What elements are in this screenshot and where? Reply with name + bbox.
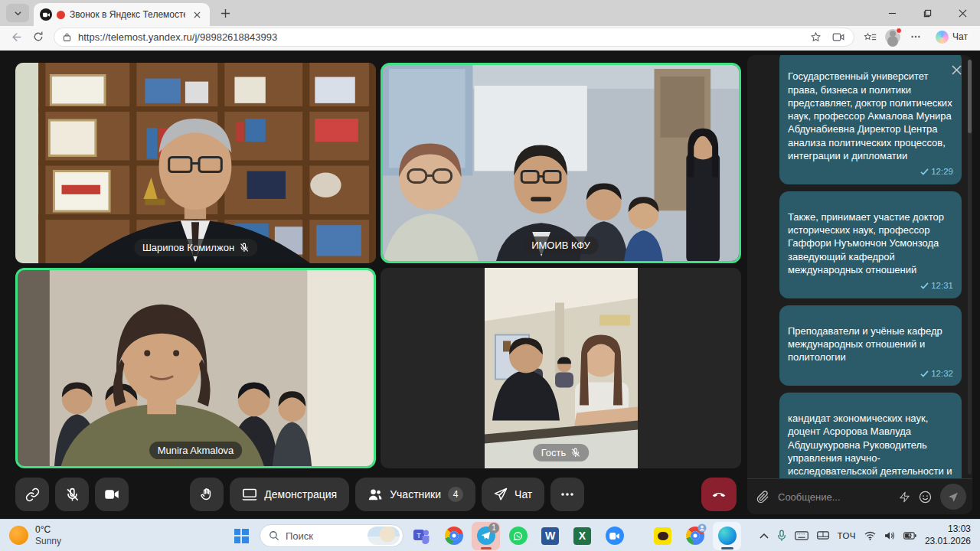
wifi-icon[interactable]: [864, 531, 876, 540]
chevron-up-icon: [760, 533, 769, 539]
taskbar-app-kakaotalk[interactable]: [648, 522, 677, 550]
tray-overflow-button[interactable]: [760, 533, 769, 539]
svg-text:T: T: [416, 532, 421, 540]
video-tile-sharipov[interactable]: Шарипов Комилжон: [15, 63, 376, 263]
whatsapp-icon: [509, 527, 528, 545]
taskbar-app-chrome[interactable]: [439, 522, 468, 550]
taskbar-app-telegram[interactable]: 1: [472, 522, 500, 550]
lightning-icon: [899, 491, 910, 504]
taskbar-app-whatsapp[interactable]: [504, 522, 532, 550]
check-icon: [920, 370, 929, 377]
favorites-button[interactable]: [862, 29, 877, 44]
attach-file-button[interactable]: [756, 491, 769, 504]
favorites-list-icon: [864, 31, 877, 43]
refresh-button[interactable]: [31, 29, 46, 44]
copilot-icon: [936, 31, 949, 44]
tab-media-button[interactable]: [831, 29, 846, 44]
profile-overlay-icon: [697, 523, 707, 533]
video-tile-munira-akmalova[interactable]: Munira Akmalova: [15, 268, 376, 468]
tray-microphone-icon[interactable]: [777, 530, 786, 542]
tray-touchpad-icon[interactable]: [817, 531, 829, 540]
taskbar-search-box[interactable]: Поиск: [260, 524, 403, 547]
window-close-button[interactable]: [945, 0, 980, 26]
window-minimize-button[interactable]: [874, 0, 910, 26]
chat-button[interactable]: Чат: [482, 478, 544, 511]
participant-name: Munira Akmalova: [158, 445, 234, 456]
send-message-button[interactable]: [940, 484, 966, 510]
back-button[interactable]: [8, 29, 23, 44]
paperclip-icon: [756, 491, 769, 504]
raise-hand-button[interactable]: [190, 478, 224, 511]
emoji-button[interactable]: [919, 491, 932, 504]
taskbar-clock[interactable]: 13:03 23.01.2026: [925, 523, 971, 547]
browser-menu-button[interactable]: [908, 29, 923, 44]
chevron-down-icon: [14, 9, 22, 18]
address-bar-actions: [808, 29, 846, 44]
window-controls: [874, 0, 980, 26]
send-icon: [947, 491, 959, 503]
smiley-icon: [919, 491, 932, 504]
taskbar-app-chrome-profile[interactable]: [681, 522, 709, 550]
message-time: 12:31: [931, 280, 953, 292]
copy-link-button[interactable]: [15, 478, 49, 511]
copilot-button[interactable]: Чат: [931, 29, 972, 45]
search-icon: [269, 530, 279, 541]
new-tab-button[interactable]: [214, 2, 236, 24]
browser-profile-button[interactable]: [885, 29, 900, 44]
chat-scrollbar[interactable]: [968, 60, 972, 474]
window-maximize-button[interactable]: [910, 0, 945, 26]
camera-icon: [832, 31, 844, 43]
end-call-button[interactable]: [701, 478, 737, 511]
screen-share-label: Демонстрация: [264, 488, 337, 500]
video-tile-imoiv-kfu[interactable]: ИМОИВ КФУ: [381, 63, 741, 263]
taskbar-weather-widget[interactable]: 0°C Sunny: [0, 524, 61, 547]
tray-keyboard-icon[interactable]: [795, 531, 808, 540]
refresh-icon: [32, 31, 44, 43]
participants-label: Участники: [390, 488, 441, 500]
battery-icon[interactable]: [903, 532, 916, 540]
taskbar-app-word[interactable]: W: [536, 522, 564, 550]
taskbar-center: Поиск T 1 W X: [227, 520, 741, 551]
taskbar-app-zoom[interactable]: [600, 522, 629, 550]
ellipsis-icon: [560, 492, 574, 497]
microphone-button[interactable]: [55, 478, 89, 511]
chrome-icon: [445, 527, 463, 545]
camera-icon: [104, 487, 119, 501]
chat-close-button[interactable]: [949, 63, 963, 77]
favorite-star-button[interactable]: [808, 29, 823, 44]
screen-share-button[interactable]: Демонстрация: [230, 478, 349, 511]
tab-close-button[interactable]: [190, 8, 204, 21]
chat-label: Чат: [514, 488, 532, 500]
browser-tab-active[interactable]: Звонок в Яндекс Телемосте: [34, 3, 210, 26]
volume-icon[interactable]: [884, 531, 895, 540]
participant-name-pill: Шарипов Комилжон: [134, 239, 257, 256]
teams-icon: T: [412, 527, 431, 546]
chat-message-input[interactable]: [778, 491, 890, 503]
taskbar-app-edge[interactable]: [713, 522, 741, 550]
taskbar-app-teams[interactable]: T: [407, 522, 436, 550]
telegram-running-indicator: [481, 547, 492, 549]
address-bar[interactable]: https://telemost.yandex.ru/j/98982618843…: [54, 28, 854, 47]
quick-actions-button[interactable]: [899, 491, 910, 504]
search-placeholder: Поиск: [286, 530, 313, 542]
camera-button[interactable]: [95, 478, 129, 511]
video-tile-guest[interactable]: Гость: [381, 268, 741, 468]
meeting-page: Шарипов Комилжон: [0, 51, 980, 519]
chat-scrollbar-thumb[interactable]: [968, 60, 972, 133]
hand-icon: [200, 487, 214, 501]
video-grid: Шарипов Комилжон: [15, 63, 741, 468]
participants-button[interactable]: Участники 4: [355, 478, 475, 511]
keyboard-language-indicator[interactable]: ТОЧ: [838, 531, 856, 540]
word-icon: W: [541, 527, 559, 545]
participant-name-pill: ИМОИВ КФУ: [523, 236, 599, 254]
start-button[interactable]: [227, 521, 256, 550]
tab-recording-indicator-icon: [57, 11, 65, 19]
taskbar-app-excel[interactable]: X: [568, 522, 596, 550]
edge-running-indicator: [721, 547, 733, 549]
chat-message-list[interactable]: Государственный университет права, бизне…: [747, 55, 972, 478]
chat-message: кандидат экономических наук, доцент Асро…: [779, 393, 962, 478]
mic-muted-icon: [570, 448, 580, 458]
more-options-button[interactable]: [550, 478, 584, 511]
maximize-icon: [923, 9, 932, 18]
tab-search-button[interactable]: [6, 4, 29, 22]
